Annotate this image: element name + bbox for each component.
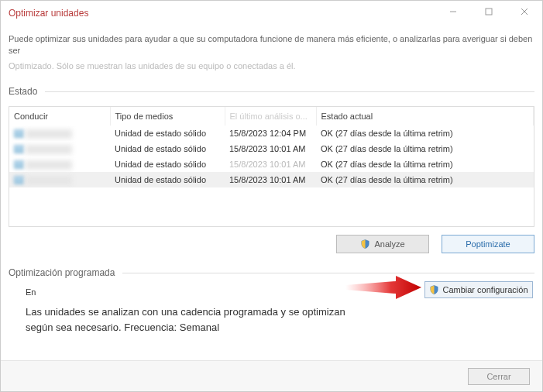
table-row[interactable]: Unidad de estado sólido15/8/2023 12:04 P… bbox=[9, 126, 534, 141]
drive-name-cell bbox=[9, 156, 110, 172]
minimize-button[interactable] bbox=[435, 1, 471, 22]
close-button[interactable]: Cerrar bbox=[468, 368, 530, 385]
section-schedule-label: Optimización programada bbox=[9, 267, 115, 278]
col-analysis[interactable]: El último análisis o... bbox=[225, 107, 316, 126]
table-row[interactable]: Unidad de estado sólido15/8/2023 10:01 A… bbox=[9, 141, 534, 156]
drive-icon bbox=[14, 145, 24, 153]
last-analysis-cell: 15/8/2023 12:04 PM bbox=[225, 126, 316, 141]
window-title: Optimizar unidades bbox=[9, 8, 88, 19]
titlebar: Optimizar unidades bbox=[1, 1, 542, 26]
analyze-label: Analyze bbox=[374, 239, 404, 249]
section-schedule: Optimización programada bbox=[9, 267, 534, 278]
drive-name-cell bbox=[9, 172, 110, 187]
media-type-cell: Unidad de estado sólido bbox=[110, 141, 225, 156]
table-row[interactable]: Unidad de estado sólido15/8/2023 10:01 A… bbox=[9, 172, 534, 187]
drives-table: Conducir Tipo de medios El último anális… bbox=[9, 106, 534, 227]
drive-icon bbox=[14, 176, 24, 184]
media-type-cell: Unidad de estado sólido bbox=[110, 126, 225, 141]
description-sub-text: Optimizado. Sólo se muestran las unidade… bbox=[9, 60, 534, 72]
drive-name-redacted bbox=[26, 145, 72, 154]
change-settings-button[interactable]: Cambiar configuración bbox=[424, 281, 533, 298]
table-header-row: Conducir Tipo de medios El último anális… bbox=[9, 107, 534, 126]
col-media[interactable]: Tipo de medios bbox=[110, 107, 225, 126]
maximize-button[interactable] bbox=[471, 1, 507, 22]
close-label: Cerrar bbox=[486, 372, 510, 381]
last-analysis-cell: 15/8/2023 10:01 AM bbox=[225, 156, 316, 172]
drive-icon bbox=[14, 129, 24, 138]
status-cell: OK (27 días desde la última retrim) bbox=[316, 172, 534, 187]
optimize-button[interactable]: Poptimizate bbox=[442, 235, 534, 253]
status-cell: OK (27 días desde la última retrim) bbox=[316, 141, 534, 156]
status-cell: OK (27 días desde la última retrim) bbox=[316, 126, 534, 141]
change-settings-label: Cambiar configuración bbox=[442, 285, 528, 294]
col-drive[interactable]: Conducir bbox=[9, 107, 110, 126]
analyze-button[interactable]: Analyze bbox=[336, 235, 429, 253]
divider bbox=[45, 91, 534, 92]
divider bbox=[122, 273, 534, 273]
footer: Cerrar bbox=[1, 360, 542, 391]
last-analysis-cell: 15/8/2023 10:01 AM bbox=[225, 141, 316, 156]
schedule-description: Las unidades se analizan con una cadenci… bbox=[26, 304, 359, 335]
drive-name-redacted bbox=[26, 129, 72, 139]
drive-name-redacted bbox=[26, 160, 72, 170]
svg-rect-1 bbox=[486, 9, 492, 15]
shield-icon bbox=[429, 284, 439, 295]
col-status[interactable]: Estado actual bbox=[316, 107, 534, 126]
media-type-cell: Unidad de estado sólido bbox=[110, 156, 225, 172]
drive-name-cell bbox=[9, 126, 110, 141]
last-analysis-cell: 15/8/2023 10:01 AM bbox=[225, 172, 316, 187]
drive-name-cell bbox=[9, 141, 110, 156]
description-text: Puede optimizar sus unidades para ayudar… bbox=[9, 33, 534, 57]
shield-icon bbox=[360, 239, 370, 249]
table-row[interactable]: Unidad de estado sólido15/8/2023 10:01 A… bbox=[9, 156, 534, 172]
section-estado-label: Estado bbox=[9, 86, 37, 97]
drive-icon bbox=[14, 160, 24, 169]
status-cell: OK (27 días desde la última retrim) bbox=[316, 156, 534, 172]
drive-name-redacted bbox=[26, 176, 72, 185]
optimize-drives-window: Optimizar unidades Puede optimizar sus u… bbox=[0, 0, 543, 392]
action-buttons: Analyze Poptimizate bbox=[9, 235, 534, 253]
close-window-button[interactable] bbox=[507, 1, 542, 22]
media-type-cell: Unidad de estado sólido bbox=[110, 172, 225, 187]
window-controls bbox=[435, 1, 542, 22]
optimize-label: Poptimizate bbox=[466, 239, 510, 249]
section-estado: Estado bbox=[9, 86, 534, 97]
